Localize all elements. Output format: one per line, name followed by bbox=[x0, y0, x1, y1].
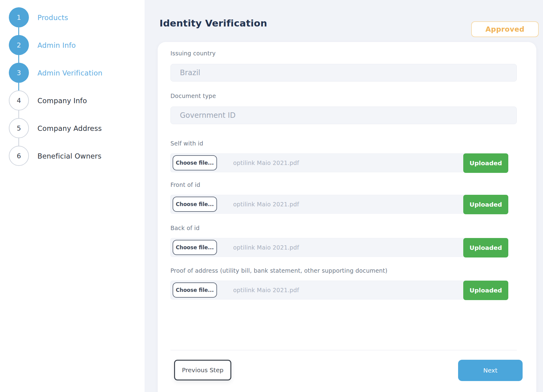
step-number: 4 bbox=[17, 97, 21, 104]
step-number: 2 bbox=[17, 41, 21, 49]
step-circle: 5 bbox=[9, 118, 29, 138]
previous-step-button[interactable]: Previous Step bbox=[174, 360, 231, 380]
choose-file-button[interactable]: Choose file... bbox=[173, 240, 217, 255]
upload-row-front-of-id: Choose file... optilink Maio 2021.pdf Up… bbox=[170, 195, 508, 214]
step-circle: 2 bbox=[9, 35, 29, 55]
step-connector bbox=[18, 110, 19, 118]
choose-file-button[interactable]: Choose file... bbox=[173, 197, 217, 212]
upload-label-back-of-id: Back of id bbox=[170, 225, 200, 231]
step-connector bbox=[18, 83, 19, 91]
step-item-company-info[interactable]: 4 Company Info bbox=[9, 87, 137, 114]
step-label: Admin Verification bbox=[37, 69, 102, 77]
step-circle: 6 bbox=[9, 146, 29, 166]
step-circle: 1 bbox=[9, 7, 29, 27]
upload-row-self-with-id: Choose file... optilink Maio 2021.pdf Up… bbox=[170, 153, 508, 172]
choose-file-button[interactable]: Choose file... bbox=[173, 155, 217, 170]
step-connector bbox=[18, 55, 19, 63]
upload-label-self-with-id: Self with id bbox=[170, 140, 203, 147]
upload-label-proof-of-address: Proof of address (utility bill, bank sta… bbox=[170, 267, 387, 274]
uploaded-badge: Uploaded bbox=[463, 238, 508, 257]
issuing-country-label: Issuing country bbox=[170, 50, 216, 57]
upload-row-back-of-id: Choose file... optilink Maio 2021.pdf Up… bbox=[170, 238, 508, 257]
document-type-input[interactable] bbox=[170, 107, 517, 124]
step-circle: 3 bbox=[9, 63, 29, 83]
upload-row-proof-of-address: Choose file... optilink Maio 2021.pdf Up… bbox=[170, 281, 508, 299]
step-label: Products bbox=[37, 14, 68, 22]
page: 1 Products 2 Admin Info 3 Admin Verifica… bbox=[0, 0, 543, 392]
file-name: optilink Maio 2021.pdf bbox=[233, 195, 299, 213]
uploaded-badge: Uploaded bbox=[463, 153, 508, 173]
file-name: optilink Maio 2021.pdf bbox=[233, 281, 299, 299]
uploaded-badge: Uploaded bbox=[463, 281, 508, 300]
issuing-country-input[interactable] bbox=[170, 64, 517, 82]
step-connector bbox=[18, 138, 19, 146]
step-circle: 4 bbox=[9, 90, 29, 110]
step-number: 5 bbox=[17, 124, 21, 132]
upload-label-front-of-id: Front of id bbox=[170, 181, 200, 188]
sidebar: 1 Products 2 Admin Info 3 Admin Verifica… bbox=[0, 0, 145, 392]
step-item-products[interactable]: 1 Products bbox=[9, 4, 137, 31]
step-label: Admin Info bbox=[37, 41, 76, 49]
status-badge: Approved bbox=[471, 21, 539, 37]
file-name: optilink Maio 2021.pdf bbox=[233, 238, 299, 257]
step-label: Company Address bbox=[37, 124, 102, 132]
verification-card: Issuing country Document type Self with … bbox=[158, 42, 536, 392]
next-button[interactable]: Next bbox=[458, 360, 523, 381]
file-name: optilink Maio 2021.pdf bbox=[233, 154, 299, 172]
uploaded-badge: Uploaded bbox=[463, 195, 508, 214]
step-connector bbox=[18, 27, 19, 35]
page-title: Identity Verification bbox=[159, 18, 267, 29]
step-number: 6 bbox=[17, 152, 21, 160]
step-item-admin-info[interactable]: 2 Admin Info bbox=[9, 31, 137, 59]
step-number: 3 bbox=[17, 69, 21, 77]
step-label: Company Info bbox=[37, 97, 87, 105]
wizard-stepper: 1 Products 2 Admin Info 3 Admin Verifica… bbox=[9, 4, 137, 170]
choose-file-button[interactable]: Choose file... bbox=[173, 282, 217, 298]
step-item-admin-verification[interactable]: 3 Admin Verification bbox=[9, 59, 137, 87]
step-item-company-address[interactable]: 5 Company Address bbox=[9, 114, 137, 142]
step-label: Beneficial Owners bbox=[37, 152, 101, 160]
main-content: Identity Verification Approved Issuing c… bbox=[145, 0, 543, 392]
footer-divider bbox=[170, 350, 517, 350]
step-number: 1 bbox=[17, 14, 21, 21]
step-item-beneficial-owners[interactable]: 6 Beneficial Owners bbox=[9, 142, 137, 170]
document-type-label: Document type bbox=[170, 93, 216, 99]
